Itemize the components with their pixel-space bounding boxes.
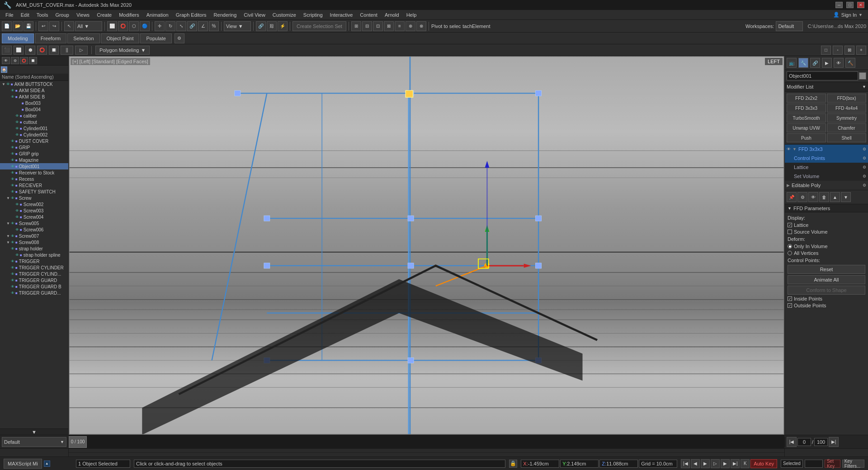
tb-extra1[interactable]: ⊞ <box>351 21 361 31</box>
menu-animation[interactable]: Animation <box>143 11 172 19</box>
maximize-button[interactable]: □ <box>846 2 854 8</box>
snap-button[interactable]: 🔗 <box>187 21 197 31</box>
menu-interactive[interactable]: Interactive <box>326 11 357 19</box>
scene-item[interactable]: ▼👁■Screw005 <box>0 220 68 226</box>
scene-eye-icon[interactable]: 👁 <box>11 234 14 238</box>
mod-btn-symmetry[interactable]: Symmetry <box>827 113 866 122</box>
selection-filter-dropdown[interactable]: All ▼ <box>75 21 102 31</box>
scene-item[interactable]: 👁■TRIGGER CYLIND... <box>0 271 68 277</box>
menu-views[interactable]: Views <box>73 11 93 19</box>
scene-item[interactable]: 👁■RECIEVER <box>0 182 68 188</box>
scene-item[interactable]: ▼👁■Screw <box>0 195 68 201</box>
scene-item[interactable]: 👁■Screw004 <box>0 214 68 220</box>
rp-utilities-icon[interactable]: 🔨 <box>845 58 855 68</box>
maxscript-button[interactable]: MAXScript Mi <box>4 459 42 469</box>
menu-tools[interactable]: Tools <box>33 11 52 19</box>
only-in-volume-radio[interactable] <box>788 244 792 249</box>
play-button[interactable]: ▶ <box>701 459 710 468</box>
angle-snap-button[interactable]: ∠ <box>198 21 208 31</box>
tb-extra7[interactable]: ⊗ <box>416 21 426 31</box>
scene-eye-icon[interactable]: 👁 <box>11 139 14 143</box>
workspace-dropdown[interactable]: Default <box>776 21 803 31</box>
tb-extra3[interactable]: ⊡ <box>373 21 383 31</box>
menu-customize[interactable]: Customize <box>269 11 300 19</box>
tb-extra2[interactable]: ⊟ <box>362 21 372 31</box>
mod-btn-turbosmooth[interactable]: TurboSmooth <box>787 113 826 122</box>
source-volume-checkbox[interactable] <box>788 230 792 234</box>
scene-item[interactable]: 👁■TRIGGER CYLINDER <box>0 264 68 271</box>
sub-right-btn3[interactable]: ⊠ <box>844 46 854 55</box>
go-start-button[interactable]: |◀ <box>681 459 690 468</box>
modifier-dropdown[interactable]: Polygon Modeling ▼ <box>95 46 150 55</box>
scene-item[interactable]: ▼👁■AKM BUTTSTOCK <box>0 81 68 87</box>
mod-move-down-button[interactable]: ▼ <box>841 192 851 202</box>
scene-expand-icon[interactable]: ▼ <box>6 240 10 244</box>
mod-expand-icon[interactable]: ▼ <box>793 147 797 151</box>
rp-hierarchy-icon[interactable]: 🔗 <box>810 58 820 68</box>
scene-item[interactable]: 👁■cuttout <box>0 119 68 125</box>
scene-item[interactable]: 👁■Screw002 <box>0 201 68 207</box>
coord-system-dropdown[interactable]: View ▼ <box>224 21 251 31</box>
conform-to-shape-button[interactable]: Conform to Shape <box>788 286 865 295</box>
scene-eye-icon[interactable]: 👁 <box>11 89 14 93</box>
menu-create[interactable]: Create <box>93 11 115 19</box>
scene-eye-icon[interactable]: 👁 <box>15 228 19 232</box>
next-frame-button[interactable]: ▶ <box>721 459 730 468</box>
scene-eye-icon[interactable]: 👁 <box>11 164 14 169</box>
tb-extra6[interactable]: ⊕ <box>406 21 415 31</box>
close-button[interactable]: ✕ <box>857 2 864 8</box>
timeline-bar[interactable]: 0 / 100 <box>69 435 784 449</box>
scene-scroll-down[interactable]: ▼ <box>0 428 68 435</box>
sub-btn5[interactable]: 🔲 <box>49 46 59 55</box>
scene-eye-icon[interactable]: 👁 <box>11 240 14 244</box>
sub-right-btn1[interactable]: □ <box>821 46 831 55</box>
scene-item[interactable]: ■Box003 <box>0 100 68 106</box>
rp-motion-icon[interactable]: ▶ <box>822 58 832 68</box>
scene-eye-icon[interactable]: 👁 <box>11 177 14 181</box>
sub-right-btn2[interactable]: ◦ <box>833 46 843 55</box>
scene-eye-icon[interactable]: 👁 <box>15 133 19 137</box>
menu-scripting[interactable]: Scripting <box>300 11 326 19</box>
circle-select-button[interactable]: ⭕ <box>118 21 128 31</box>
sub-btn1[interactable]: ⬛ <box>2 46 12 55</box>
mod-stack-ffd3x3x3[interactable]: 👁 ▼ FFD 3x3x3 ⚙ <box>785 145 868 154</box>
sub-icon-btn2[interactable]: ▷ <box>75 46 88 55</box>
scene-eye-icon[interactable]: 👁 <box>11 183 14 188</box>
scene-eye-icon[interactable]: 👁 <box>11 196 14 200</box>
animate-all-button[interactable]: Animate All <box>788 275 865 284</box>
mod-cp-config-icon[interactable]: ⚙ <box>863 156 866 160</box>
mod-sv-config-icon[interactable]: ⚙ <box>863 174 866 179</box>
scene-eye-icon[interactable]: 👁 <box>15 215 19 219</box>
scene-item[interactable]: ▼👁■Screw008 <box>0 239 68 245</box>
scene-item[interactable]: 👁■TRIGGER GUARD B <box>0 283 68 290</box>
scene-item[interactable]: 👁■GRIP grip <box>0 150 68 157</box>
scene-item[interactable]: 👁■Object001 <box>0 163 68 169</box>
tab-populate[interactable]: Populate <box>140 33 171 43</box>
signin-label[interactable]: Sign In <box>841 12 857 18</box>
scene-eye-icon[interactable]: 👁 <box>11 221 14 226</box>
tab-modeling[interactable]: Modeling <box>2 33 34 43</box>
frame-prev-button[interactable]: |◀ <box>787 437 797 447</box>
scene-item[interactable]: 👁■DUST COVER <box>0 138 68 144</box>
object-color-swatch[interactable] <box>859 72 866 80</box>
undo-button[interactable]: ↩ <box>38 21 48 31</box>
scene-eye-icon[interactable]: 👁 <box>15 114 19 118</box>
menu-edit[interactable]: Edit <box>17 11 33 19</box>
scene-item[interactable]: 👁■Magazine <box>0 157 68 163</box>
scene-item[interactable]: 👁■Receiver to Stock <box>0 169 68 176</box>
mod-stack-control-points[interactable]: Control Points ⚙ <box>785 154 868 163</box>
mod-btn-ffdbox[interactable]: FFD(box) <box>827 94 866 103</box>
tb-extra5[interactable]: ≡ <box>395 21 405 31</box>
scene-item[interactable]: 👁■strap holder <box>0 245 68 252</box>
scene-item[interactable]: 👁■strap holder spline <box>0 252 68 258</box>
scene-item[interactable]: 👁■SAFETY SWITCH <box>0 188 68 195</box>
scene-eye-icon[interactable]: 👁 <box>11 259 14 263</box>
scene-filter-btn3[interactable]: ⭕ <box>20 57 28 64</box>
reset-button[interactable]: Reset <box>788 265 865 274</box>
scene-eye-icon[interactable]: 👁 <box>11 152 14 156</box>
mod-pin-button[interactable]: 📌 <box>787 192 797 202</box>
mod-btn-ffd3x3x3[interactable]: FFD 3x3x3 <box>787 103 826 113</box>
rp-display-icon[interactable]: 📺 <box>787 58 797 68</box>
mod-lattice-config-icon[interactable]: ⚙ <box>863 165 866 169</box>
scene-eye-icon[interactable]: 👁 <box>11 171 14 175</box>
